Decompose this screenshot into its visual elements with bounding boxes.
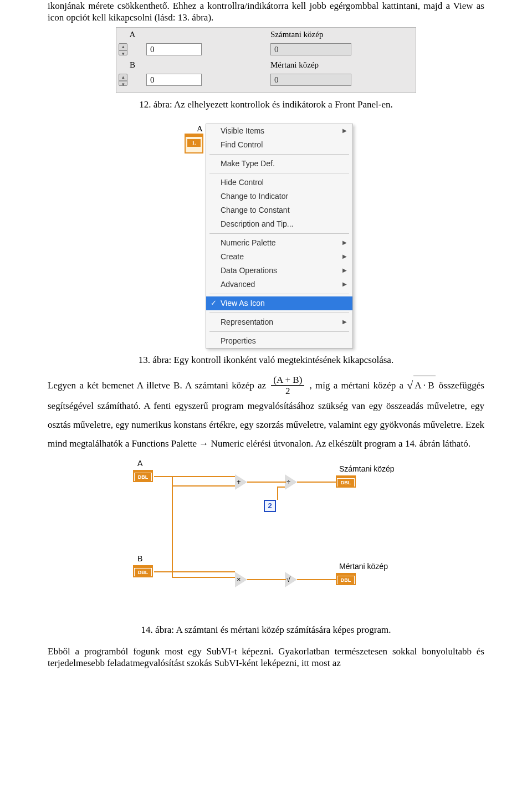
wire — [247, 482, 286, 483]
wire — [154, 476, 235, 477]
menu-advanced[interactable]: Advanced — [206, 278, 352, 291]
indicator-szamtani[interactable]: DBL — [336, 475, 356, 488]
fig14-caption: 14. ábra: A számtani és mértani közép sz… — [48, 624, 484, 636]
op-sqrt[interactable]: √ — [285, 572, 297, 587]
wire — [247, 579, 286, 580]
fig12-label-b: B — [119, 60, 146, 70]
fig14-label-b: B — [137, 554, 142, 564]
menu-separator — [209, 233, 349, 234]
paragraph-math: Legyen a két bemenet A illetve B. A szám… — [48, 376, 484, 453]
menu-make-type-def[interactable]: Make Type Def. — [206, 157, 352, 171]
fig12-label-m: Mértani közép — [268, 60, 351, 70]
menu-separator — [209, 294, 349, 294]
wire — [277, 487, 278, 500]
menu-separator — [209, 331, 349, 332]
menu-representation[interactable]: Representation — [206, 315, 352, 329]
menu-create[interactable]: Create — [206, 250, 352, 264]
wire — [297, 579, 336, 580]
menu-separator — [209, 313, 349, 313]
fig13-terminal-text: 1. — [187, 139, 201, 147]
spinner-a[interactable]: ▴▾ — [119, 43, 127, 55]
wire — [277, 487, 285, 488]
paragraph-bottom: Ebből a programból fogunk most egy SubVI… — [48, 646, 484, 669]
fig12-label-a: A — [119, 29, 146, 40]
menu-data-operations[interactable]: Data Operations — [206, 264, 352, 278]
fig12-caption: 12. ábra: Az elhelyezett kontrollok és i… — [48, 99, 484, 110]
ctrl-b-value[interactable]: 0 — [146, 74, 202, 86]
menu-find-control[interactable]: Find Control — [206, 138, 352, 152]
paragraph-top: ikonjának mérete csökkenthető. Ehhez a k… — [48, 0, 484, 24]
fig13-caption: 13. ábra: Egy kontroll ikonként való meg… — [48, 354, 484, 366]
wire — [172, 577, 235, 578]
wire — [297, 482, 336, 483]
sqrt-ab: A · B — [407, 376, 435, 395]
terminal-b[interactable]: DBL — [133, 565, 153, 577]
op-divide[interactable]: ÷ — [285, 474, 297, 490]
context-menu: Visible Items Find Control Make Type Def… — [206, 124, 353, 349]
op-add[interactable]: + — [235, 474, 247, 490]
menu-numeric-palette[interactable]: Numeric Palette — [206, 236, 352, 250]
fig12-label-sz: Számtani közép — [268, 29, 351, 40]
op-multiply[interactable]: × — [235, 572, 247, 587]
fig14-label-a: A — [137, 459, 142, 469]
fig13-terminal-a[interactable]: 1. — [185, 134, 203, 153]
menu-separator — [209, 154, 349, 155]
ind-sz-value: 0 — [270, 43, 351, 55]
indicator-mertani[interactable]: DBL — [336, 573, 356, 585]
fig12-front-panel: A Számtani közép ▴▾ 0 0 B Mértani közép … — [116, 27, 416, 93]
spinner-b[interactable]: ▴▾ — [119, 74, 127, 86]
fig14-label-sz: Számtani közép — [339, 464, 395, 474]
menu-view-as-icon[interactable]: View As Icon — [206, 296, 352, 310]
menu-change-to-constant[interactable]: Change to Constant — [206, 203, 352, 217]
fig14-block-diagram: A Számtani közép B Mértani közép DBL DBL… — [111, 458, 421, 618]
fig14-label-m: Mértani közép — [339, 562, 388, 572]
menu-description-tip[interactable]: Description and Tip... — [206, 217, 352, 231]
constant-2[interactable]: 2 — [264, 500, 276, 512]
menu-separator — [209, 173, 349, 173]
ind-m-value: 0 — [270, 74, 351, 86]
menu-properties[interactable]: Properties — [206, 334, 352, 348]
fraction-aplusb-over-2: (A + B) 2 — [271, 375, 304, 396]
wire — [154, 571, 235, 572]
fig13-context-menu: A 1. Visible Items Find Control Make Typ… — [175, 124, 357, 349]
wire — [172, 476, 173, 577]
menu-hide-control[interactable]: Hide Control — [206, 176, 352, 190]
fig13-terminal-label: A — [197, 124, 203, 134]
wire — [172, 485, 235, 487]
terminal-a[interactable]: DBL — [133, 470, 153, 482]
menu-change-to-indicator[interactable]: Change to Indicator — [206, 190, 352, 203]
menu-visible-items[interactable]: Visible Items — [206, 124, 352, 138]
ctrl-a-value[interactable]: 0 — [146, 43, 202, 55]
